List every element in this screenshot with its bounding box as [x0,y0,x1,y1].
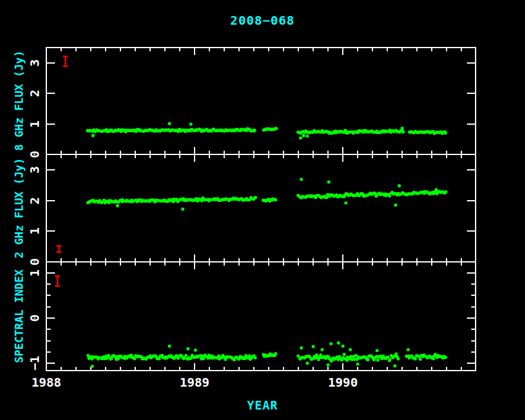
y-tick-label: 0 [27,314,42,322]
error-bar [55,276,60,286]
y-tick-label: 1 [27,120,42,128]
y-axis-title-middle-panel: 2 GHz FLUX (Jy) [12,158,25,259]
y-tick-label: 2 [27,197,42,204]
y-tick-label: 3 [27,59,42,67]
y-tick-label: 1 [27,269,42,277]
y-tick-label: 2 [27,90,42,97]
error-bars [55,56,68,286]
panel-frames [46,48,476,371]
y-axis-title-bottom-panel: SPECTRAL INDEX [12,269,25,363]
tick-marks [46,48,476,371]
y-tick-label: −1 [27,356,42,371]
plot-window: 2008−068 8 GHz FLUX (Jy) 2 GHz FLUX (Jy)… [0,0,525,420]
error-bar [63,56,68,66]
y-tick-label: 0 [27,151,42,158]
x-tick-label: 1989 [180,375,209,390]
y-tick-label: 1 [27,227,42,235]
y-axis-title-top-panel: 8 GHz FLUX (Jy) [12,51,25,151]
x-tick-label: 1988 [32,375,61,390]
chart-title: 2008−068 [230,13,295,28]
plot-area [0,0,525,420]
x-tick-label: 1990 [328,375,358,390]
x-axis-title: YEAR [247,398,278,412]
error-bar [56,246,61,252]
y-tick-label: 3 [27,166,42,174]
data-points [86,122,448,368]
y-tick-label: 0 [27,258,42,266]
